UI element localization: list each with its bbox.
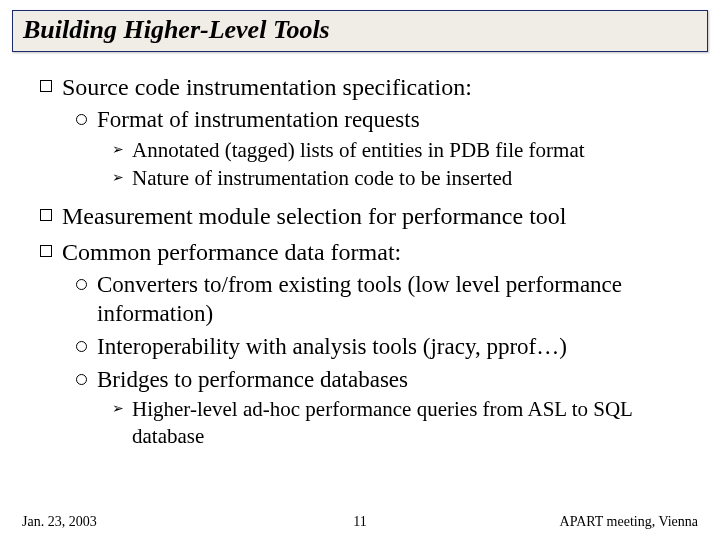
circle-bullet-icon xyxy=(76,341,87,352)
list-item: ➢ Annotated (tagged) lists of entities i… xyxy=(112,137,692,163)
list-item: ➢ Higher-level ad-hoc performance querie… xyxy=(112,396,692,449)
list-item: Source code instrumentation specificatio… xyxy=(40,72,692,102)
bullet-text: Source code instrumentation specificatio… xyxy=(62,72,472,102)
bullet-text: Common performance data format: xyxy=(62,237,401,267)
square-bullet-icon xyxy=(40,80,52,92)
arrow-bullet-icon: ➢ xyxy=(112,141,124,157)
circle-bullet-icon xyxy=(76,114,87,125)
footer-venue: APART meeting, Vienna xyxy=(560,514,698,530)
list-item: Converters to/from existing tools (low l… xyxy=(76,271,692,329)
bullet-text: Higher-level ad-hoc performance queries … xyxy=(132,396,692,449)
footer: Jan. 23, 2003 11 APART meeting, Vienna xyxy=(0,514,720,530)
slide-title: Building Higher-Level Tools xyxy=(23,15,697,45)
list-item: Bridges to performance databases xyxy=(76,366,692,395)
circle-bullet-icon xyxy=(76,374,87,385)
square-bullet-icon xyxy=(40,209,52,221)
footer-date: Jan. 23, 2003 xyxy=(22,514,97,530)
bullet-text: Converters to/from existing tools (low l… xyxy=(97,271,692,329)
circle-bullet-icon xyxy=(76,279,87,290)
square-bullet-icon xyxy=(40,245,52,257)
footer-page-number: 11 xyxy=(353,514,366,530)
bullet-text: Nature of instrumentation code to be ins… xyxy=(132,165,512,191)
bullet-text: Interoperability with analysis tools (jr… xyxy=(97,333,567,362)
arrow-bullet-icon: ➢ xyxy=(112,169,124,185)
bullet-text: Measurement module selection for perform… xyxy=(62,201,566,231)
arrow-bullet-icon: ➢ xyxy=(112,400,124,416)
list-item: ➢ Nature of instrumentation code to be i… xyxy=(112,165,692,191)
title-bar: Building Higher-Level Tools xyxy=(12,10,708,52)
list-item: Interoperability with analysis tools (jr… xyxy=(76,333,692,362)
bullet-text: Bridges to performance databases xyxy=(97,366,408,395)
bullet-text: Annotated (tagged) lists of entities in … xyxy=(132,137,585,163)
bullet-text: Format of instrumentation requests xyxy=(97,106,420,135)
list-item: Measurement module selection for perform… xyxy=(40,201,692,231)
slide-content: Source code instrumentation specificatio… xyxy=(0,52,720,449)
list-item: Common performance data format: xyxy=(40,237,692,267)
list-item: Format of instrumentation requests xyxy=(76,106,692,135)
